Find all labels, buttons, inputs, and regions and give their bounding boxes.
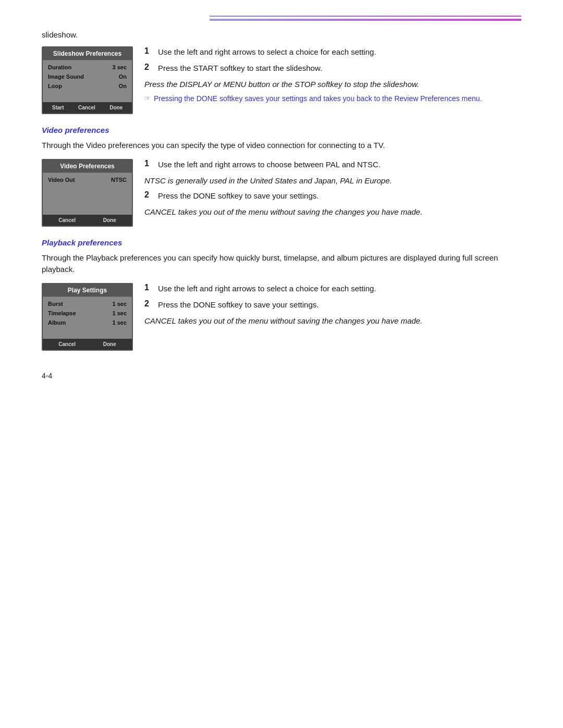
video-section-para: Through the Video preferences you can sp… — [42, 140, 521, 152]
video-instructions: 1 Use the left and right arrows to choos… — [144, 159, 521, 221]
slideshow-menu-body: Duration 3 sec Image Sound On Loop On — [43, 60, 132, 102]
cancel-softkey: Cancel — [58, 217, 76, 223]
row-label: Duration — [48, 64, 71, 70]
table-row: Loop On — [43, 81, 132, 91]
slideshow-device-title: Slideshow Preferences — [43, 47, 132, 60]
playback-device-title: Play Settings — [43, 284, 132, 297]
top-line-thick — [210, 19, 521, 21]
playback-step-1-item: 1 Use the left and right arrows to selec… — [144, 283, 521, 294]
menu-spacer — [43, 184, 132, 194]
top-line-thin — [210, 16, 521, 17]
table-row: Duration 3 sec — [43, 63, 132, 72]
top-decorative-lines — [42, 16, 521, 21]
step-1-number: 1 — [144, 46, 154, 56]
slideshow-button-bar: Start Cancel Done — [43, 102, 132, 113]
cancel-softkey: Cancel — [58, 341, 76, 347]
step-1-item: 1 Use the left and right arrows to selec… — [144, 46, 521, 57]
step-2-item: 2 Press the START softkey to start the s… — [144, 63, 521, 73]
playback-preferences-heading: Playback preferences — [42, 238, 521, 247]
done-softkey: Done — [103, 341, 116, 347]
slideshow-instructions: 1 Use the left and right arrows to selec… — [144, 46, 521, 104]
video-menu-body: Video Out NTSC — [43, 173, 132, 215]
video-italic-note-2: CANCEL takes you out of the menu without… — [144, 206, 521, 217]
slideshow-tip-text: Pressing the DONE softkey saves your set… — [154, 94, 482, 104]
video-italic-note-1: NTSC is generally used in the United Sta… — [144, 175, 521, 186]
menu-spacer — [43, 203, 132, 213]
table-row: Video Out NTSC — [43, 175, 132, 184]
playback-content-block: Play Settings Burst 1 sec Timelapse 1 se… — [42, 283, 521, 351]
playback-italic-note: CANCEL takes you out of the menu without… — [144, 315, 521, 326]
slideshow-intro: slideshow. — [42, 30, 521, 39]
playback-step-2-item: 2 Press the DONE softkey to save your se… — [144, 299, 521, 310]
video-step-1-number: 1 — [144, 159, 154, 168]
video-step-1-text: Use the left and right arrows to choose … — [158, 159, 381, 170]
step-2-number: 2 — [144, 63, 154, 72]
video-device-title: Video Preferences — [43, 160, 132, 173]
row-value: NTSC — [111, 177, 127, 183]
done-softkey: Done — [103, 217, 116, 223]
video-preferences-heading: Video preferences — [42, 126, 521, 134]
video-content-block: Video Preferences Video Out NTSC Cancel … — [42, 159, 521, 227]
row-value: 1 sec — [112, 301, 127, 307]
step-2-text: Press the START softkey to start the sli… — [158, 63, 322, 73]
video-step-2-text: Press the DONE softkey to save your sett… — [158, 190, 319, 201]
row-label: Video Out — [48, 177, 75, 183]
video-step-2-item: 2 Press the DONE softkey to save your se… — [144, 190, 521, 201]
video-device-mockup: Video Preferences Video Out NTSC Cancel … — [42, 159, 133, 227]
slideshow-device-mockup: Slideshow Preferences Duration 3 sec Ima… — [42, 46, 133, 114]
playback-device-mockup: Play Settings Burst 1 sec Timelapse 1 se… — [42, 283, 133, 351]
menu-body-spacer — [43, 91, 132, 100]
video-step-1-item: 1 Use the left and right arrows to choos… — [144, 159, 521, 170]
row-label: Burst — [48, 301, 63, 307]
playback-instructions: 1 Use the left and right arrows to selec… — [144, 283, 521, 330]
playback-step-1-number: 1 — [144, 283, 154, 292]
playback-section-para: Through the Playback preferences you can… — [42, 252, 521, 276]
playback-menu-body: Burst 1 sec Timelapse 1 sec Album 1 sec — [43, 297, 132, 339]
playback-button-bar: Cancel Done — [43, 339, 132, 350]
playback-step-1-text: Use the left and right arrows to select … — [158, 283, 376, 294]
page-number: 4-4 — [42, 372, 521, 380]
slideshow-content-block: Slideshow Preferences Duration 3 sec Ima… — [42, 46, 521, 114]
menu-spacer — [43, 327, 132, 337]
row-value: 1 sec — [112, 310, 127, 316]
row-value: 1 sec — [112, 319, 127, 326]
playback-step-2-text: Press the DONE softkey to save your sett… — [158, 299, 319, 310]
step-1-text: Use the left and right arrows to select … — [158, 46, 376, 57]
row-value: On — [119, 83, 127, 89]
slideshow-tip-block: ☞ Pressing the DONE softkey saves your s… — [144, 94, 521, 104]
row-label: Timelapse — [48, 310, 76, 316]
note-icon: ☞ — [144, 94, 151, 102]
row-value: 3 sec — [112, 64, 127, 70]
row-label: Album — [48, 319, 66, 326]
done-softkey: Done — [109, 105, 123, 110]
row-label: Image Sound — [48, 73, 84, 80]
table-row: Album 1 sec — [43, 318, 132, 327]
video-button-bar: Cancel Done — [43, 215, 132, 226]
page-container: slideshow. Slideshow Preferences Duratio… — [0, 0, 563, 728]
table-row: Timelapse 1 sec — [43, 309, 132, 318]
row-value: On — [119, 73, 127, 80]
slideshow-italic-note: Press the DISPLAY or MENU button or the … — [144, 79, 521, 90]
table-row: Image Sound On — [43, 72, 132, 81]
menu-spacer — [43, 194, 132, 203]
table-row: Burst 1 sec — [43, 299, 132, 309]
playback-step-2-number: 2 — [144, 299, 154, 309]
start-softkey: Start — [52, 105, 64, 110]
cancel-softkey: Cancel — [78, 105, 95, 110]
video-step-2-number: 2 — [144, 190, 154, 200]
row-label: Loop — [48, 83, 62, 89]
